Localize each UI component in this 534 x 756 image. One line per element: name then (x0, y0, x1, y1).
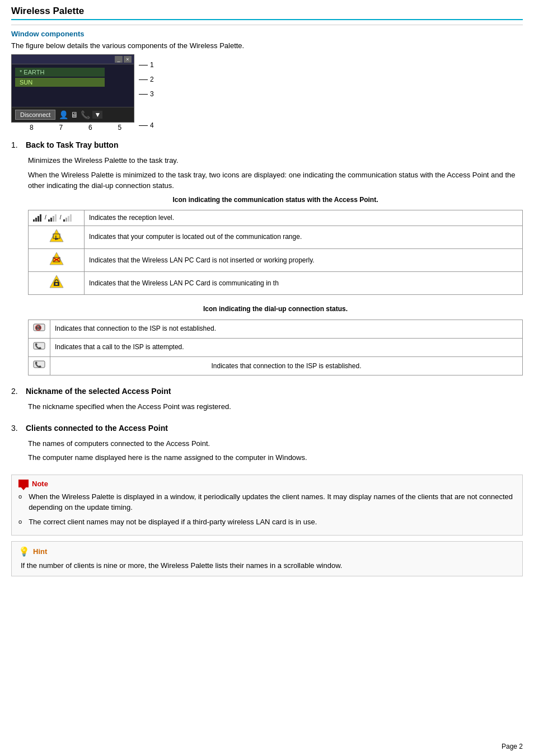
item2-para1: The nickname specified when the Access P… (28, 401, 523, 412)
table-row: Indicates that the Wireless LAN PC Card … (29, 272, 523, 295)
warn-svg: ! (49, 228, 64, 243)
hint-text: If the number of clients is nine or more… (21, 560, 516, 571)
svg-text:📵: 📵 (35, 324, 42, 331)
svg-rect-3 (55, 238, 58, 240)
right-numbers: 1 2 3 4 (139, 54, 154, 130)
warn-lock-cell (29, 272, 85, 295)
item1-number: 1. (11, 140, 21, 149)
phone-ok-cell: 📞 (29, 357, 50, 375)
warn-lock-desc: Indicates that the Wireless LAN PC Card … (85, 272, 523, 295)
phone-x-desc: Indicates that connection to the ISP is … (50, 320, 523, 338)
bar2 (35, 218, 37, 222)
sun-item: SUN (15, 78, 105, 87)
table-row: Indicates that the Wireless LAN PC Card … (29, 249, 523, 272)
page-title: Wireless Palette (11, 6, 523, 20)
icon-person: 👤 (59, 110, 68, 119)
bar1 (33, 219, 35, 222)
reception-icons: / / (33, 213, 79, 222)
bar3 (68, 216, 69, 222)
warn-lock-svg (49, 274, 64, 289)
num-1: 1 (150, 61, 154, 69)
bar2 (50, 218, 52, 222)
num-3: 3 (150, 90, 154, 98)
table2-caption: Icon indicating the dial-up connection s… (28, 304, 523, 314)
warn-computer-cell: ! (29, 226, 85, 248)
hint-label: Hint (33, 547, 47, 556)
note-triangle (20, 486, 27, 490)
hint-box: 💡 Hint If the number of clients is nine … (11, 541, 523, 576)
disconnect-button[interactable]: Disconnect (15, 110, 55, 120)
close-btn[interactable]: × (124, 56, 132, 63)
note-box: Note When the Wireless Palette is displa… (11, 475, 523, 536)
item3-para1: The names of computers connected to the … (28, 438, 523, 449)
note-item-2: The correct client names may not be disp… (18, 516, 516, 528)
warn-computer-desc: Indicates that your computer is located … (85, 226, 523, 248)
palette-bottom: Disconnect 👤 🖥 📞 ▼ (12, 107, 134, 122)
bar3 (38, 216, 39, 222)
bar3 (53, 216, 54, 222)
signal-icon-cell: / / (29, 210, 85, 226)
item3-para2: The computer name displayed here is the … (28, 452, 523, 463)
num-6: 6 (88, 124, 92, 132)
num-2: 2 (150, 76, 154, 83)
item1-heading: 1. Back to Task Tray button (11, 140, 523, 149)
sep2: / (60, 213, 62, 222)
item1-para2: When the Wireless Palette is minimized t… (28, 170, 523, 191)
item1-label: Back to Task Tray button (26, 140, 118, 149)
palette-box: _ × * EARTH SUN Disconnect 👤 🖥 📞 ▼ (11, 54, 134, 132)
bar4 (40, 214, 41, 222)
bar4 (70, 214, 72, 222)
list-item-1: 1. Back to Task Tray button Minimizes th… (11, 140, 523, 375)
phone-x-svg: 📵 (33, 322, 45, 332)
bar1 (48, 219, 50, 222)
note-item-2-text: The correct client names may not be disp… (29, 516, 317, 528)
item3-heading: 3. Clients connected to the Access Point (11, 424, 523, 433)
intro-text: The figure below details the various com… (11, 41, 523, 50)
list-item-2: 2. Nickname of the selected Access Point… (11, 387, 523, 412)
sep: / (45, 213, 46, 222)
table-row: ! Indicates that your computer is locate… (29, 226, 523, 248)
phone-call-cell: 📞 (29, 338, 50, 356)
hint-header: 💡 Hint (18, 546, 516, 557)
icon-phone2: 📞 (81, 110, 90, 119)
item2-number: 2. (11, 387, 21, 396)
section-header: Window components (11, 30, 523, 38)
item1-body: Minimizes the Wireless Palette to the ta… (28, 155, 523, 375)
bar2 (65, 218, 67, 222)
note-header: Note (18, 480, 516, 488)
item3-number: 3. (11, 424, 21, 433)
svg-text:!: ! (55, 234, 57, 241)
table1: / / (28, 210, 523, 295)
table-row: / / (29, 210, 523, 226)
signal-desc: Indicates the reception level. (85, 210, 523, 226)
warn-x-cell (29, 249, 85, 272)
bar4 (55, 214, 57, 222)
minimize-btn[interactable]: _ (115, 56, 123, 63)
item3-label: Clients connected to the Access Point (26, 424, 168, 433)
reception-low (63, 214, 73, 222)
table2: 📵 Indicates that connection to the ISP i… (28, 320, 523, 376)
phone-ok-desc: Indicates that connection to the ISP is … (50, 357, 523, 375)
item3-body: The names of computers connected to the … (28, 438, 523, 463)
note-item-1: When the Wireless Palette is displayed i… (18, 491, 516, 513)
warn-x-svg (49, 251, 64, 266)
palette-titlebar: _ × (12, 55, 134, 64)
bar1 (63, 219, 65, 222)
svg-text:📞: 📞 (35, 361, 42, 368)
table-row: 📞 Indicates that connection to the ISP i… (29, 357, 523, 375)
icon-network: 🖥 (71, 110, 78, 119)
item1-para1: Minimizes the Wireless Palette to the ta… (28, 155, 523, 166)
num-4: 4 (150, 121, 154, 129)
phone-call-svg: 📞 (33, 341, 45, 351)
title-divider (11, 25, 523, 25)
reception-mid (48, 214, 58, 222)
hint-icon: 💡 (18, 546, 30, 557)
dropdown-arrow[interactable]: ▼ (92, 111, 102, 119)
warn-computer-icon: ! (49, 228, 64, 243)
bottom-numbers: 8 7 6 5 (11, 124, 134, 132)
svg-rect-10 (55, 283, 58, 285)
palette-content: * EARTH SUN (12, 64, 134, 107)
item2-heading: 2. Nickname of the selected Access Point (11, 387, 523, 396)
note-list: When the Wireless Palette is displayed i… (18, 491, 516, 528)
list-item-3: 3. Clients connected to the Access Point… (11, 424, 523, 463)
